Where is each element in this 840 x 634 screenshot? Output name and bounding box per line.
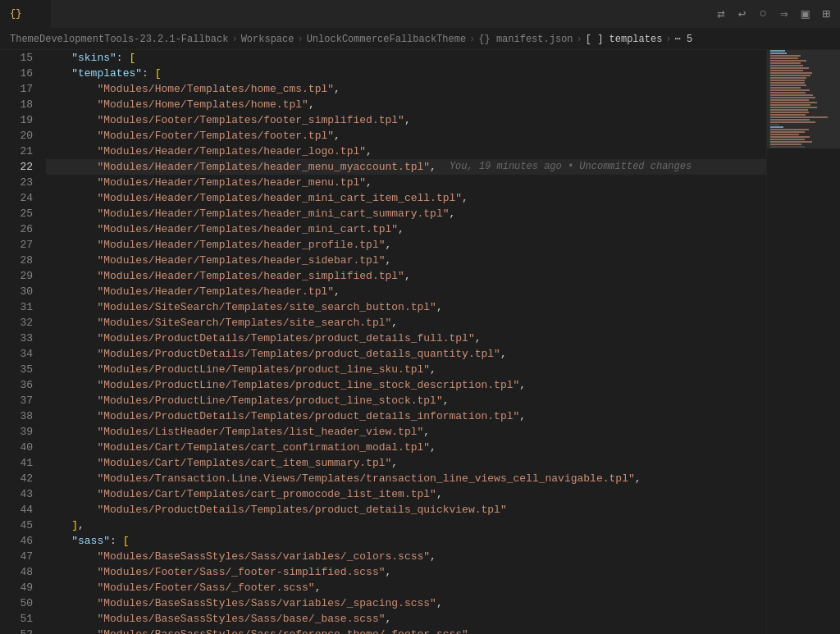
line-number-49: 49: [13, 580, 33, 595]
minimap-line-54: [770, 146, 805, 148]
line-number-20: 20: [13, 128, 33, 144]
code-line-29: "Modules/Header/Templates/header_simplif…: [46, 268, 766, 284]
minimap-line-23: [770, 70, 803, 71]
line-number-52: 52: [13, 627, 33, 634]
minimap-line-22: [770, 67, 809, 69]
minimap[interactable]: [766, 50, 840, 634]
code-line-46: "sass": [: [46, 533, 766, 549]
minimap-line-44: [770, 121, 815, 123]
code-line-31: "Modules/SiteSearch/Templates/site_searc…: [46, 299, 766, 315]
minimap-line-48: [770, 131, 805, 133]
line-number-29: 29: [13, 268, 33, 284]
minimap-line-37: [770, 104, 810, 106]
minimap-line-34: [770, 97, 815, 98]
breadcrumb: ThemeDevelopmentTools-23.2.1-Fallback › …: [0, 29, 840, 50]
line-number-25: 25: [13, 206, 33, 221]
code-line-33: "Modules/ProductDetails/Templates/produc…: [46, 331, 766, 346]
tab-bar-left: {}: [0, 0, 52, 28]
line-number-45: 45: [13, 518, 33, 533]
minimap-line-30: [770, 87, 801, 89]
line-number-47: 47: [13, 549, 33, 564]
minimap-line-25: [770, 75, 810, 76]
line-number-32: 32: [13, 315, 33, 331]
code-line-41: "Modules/Cart/Templates/cart_item_summar…: [46, 455, 766, 471]
code-line-15: "skins": [: [46, 50, 766, 66]
go-forward-icon[interactable]: ⇒: [777, 4, 792, 24]
code-line-42: "Modules/Transaction.Line.Views/Template…: [46, 471, 766, 486]
breadcrumb-part-2[interactable]: Workspace: [241, 34, 294, 45]
view-icon[interactable]: ▣: [798, 4, 813, 24]
git-blame-22: You, 19 minutes ago • Uncommitted change…: [450, 159, 692, 175]
code-line-23: "Modules/Header/Templates/header_menu.tp…: [46, 175, 766, 190]
minimap-line-43: [770, 119, 810, 121]
minimap-line-40: [770, 112, 809, 113]
minimap-line-32: [770, 92, 806, 94]
code-area[interactable]: "skins": [ "templates": [ "Modules/Home/…: [39, 50, 766, 634]
code-line-20: "Modules/Footer/Templates/footer.tpl",: [46, 128, 766, 144]
line-number-42: 42: [13, 471, 33, 486]
minimap-line-45: [770, 124, 779, 125]
breadcrumb-sep-5: ›: [665, 34, 671, 45]
minimap-line-28: [770, 82, 805, 84]
line-number-30: 30: [13, 284, 33, 299]
code-line-43: "Modules/Cart/Templates/cart_promocode_l…: [46, 486, 766, 502]
code-line-48: "Modules/Footer/Sass/_footer-simplified.…: [46, 564, 766, 580]
minimap-line-47: [770, 129, 809, 130]
tab-bar: {} ⇄ ↩ ○ ⇒ ▣ ⊞: [0, 0, 840, 29]
minimap-line-50: [770, 136, 810, 138]
editor-container: 1516171819202122232425262728293031323334…: [0, 50, 840, 634]
breadcrumb-part-6[interactable]: ⋯ 5: [675, 33, 693, 45]
code-line-38: "Modules/ProductDetails/Templates/produc…: [46, 408, 766, 424]
minimap-line-21: [770, 65, 803, 66]
code-line-34: "Modules/ProductDetails/Templates/produc…: [46, 346, 766, 362]
minimap-line-15: [770, 50, 785, 52]
minimap-line-46: [770, 126, 783, 128]
breadcrumb-sep-4: ›: [577, 34, 582, 45]
tab-manifest-json[interactable]: {}: [0, 0, 52, 28]
breadcrumb-part-3[interactable]: UnlockCommerceFallbackTheme: [307, 34, 466, 45]
breadcrumb-part-4[interactable]: {} manifest.json: [478, 34, 573, 45]
minimap-line-16: [770, 52, 787, 54]
code-line-52: "Modules/BaseSassStyles/Sass/reference-t…: [46, 627, 766, 634]
line-number-18: 18: [13, 97, 33, 112]
line-number-27: 27: [13, 237, 33, 253]
breadcrumb-part-1[interactable]: ThemeDevelopmentTools-23.2.1-Fallback: [10, 34, 228, 45]
go-back-icon[interactable]: ↩: [735, 4, 750, 24]
minimap-line-52: [770, 141, 812, 143]
line-number-31: 31: [13, 299, 33, 315]
code-line-32: "Modules/SiteSearch/Templates/site_searc…: [46, 315, 766, 331]
line-number-19: 19: [13, 112, 33, 128]
circle-icon[interactable]: ○: [756, 5, 770, 23]
minimap-line-51: [770, 139, 805, 140]
code-line-18: "Modules/Home/Templates/home.tpl",: [46, 97, 766, 112]
minimap-line-36: [770, 102, 817, 103]
minimap-line-20: [770, 62, 801, 64]
minimap-line-49: [770, 134, 799, 135]
breadcrumb-sep-1: ›: [231, 34, 237, 45]
line-number-40: 40: [13, 440, 33, 455]
code-line-27: "Modules/Header/Templates/header_profile…: [46, 237, 766, 253]
line-number-15: 15: [13, 50, 33, 66]
minimap-line-27: [770, 80, 805, 81]
minimap-line-41: [770, 114, 806, 116]
code-line-22: "Modules/Header/Templates/header_menu_my…: [46, 159, 766, 175]
line-number-46: 46: [13, 533, 33, 549]
minimap-line-24: [770, 72, 812, 74]
code-line-30: "Modules/Header/Templates/header.tpl",: [46, 284, 766, 299]
minimap-line-39: [770, 109, 808, 111]
line-numbers: 1516171819202122232425262728293031323334…: [0, 50, 39, 634]
minimap-line-33: [770, 94, 813, 96]
line-number-48: 48: [13, 564, 33, 580]
line-number-44: 44: [13, 502, 33, 518]
line-number-43: 43: [13, 486, 33, 502]
minimap-content: [767, 50, 840, 634]
line-number-39: 39: [13, 424, 33, 440]
breadcrumb-sep-2: ›: [297, 34, 303, 45]
line-number-22: 22: [13, 159, 33, 175]
split-editor-icon[interactable]: ⇄: [714, 4, 728, 24]
minimap-line-17: [770, 55, 801, 57]
code-line-50: "Modules/BaseSassStyles/Sass/variables/_…: [46, 595, 766, 611]
code-line-47: "Modules/BaseSassStyles/Sass/variables/_…: [46, 549, 766, 564]
breadcrumb-part-5[interactable]: [ ] templates: [586, 34, 663, 45]
layout-icon[interactable]: ⊞: [819, 4, 833, 24]
